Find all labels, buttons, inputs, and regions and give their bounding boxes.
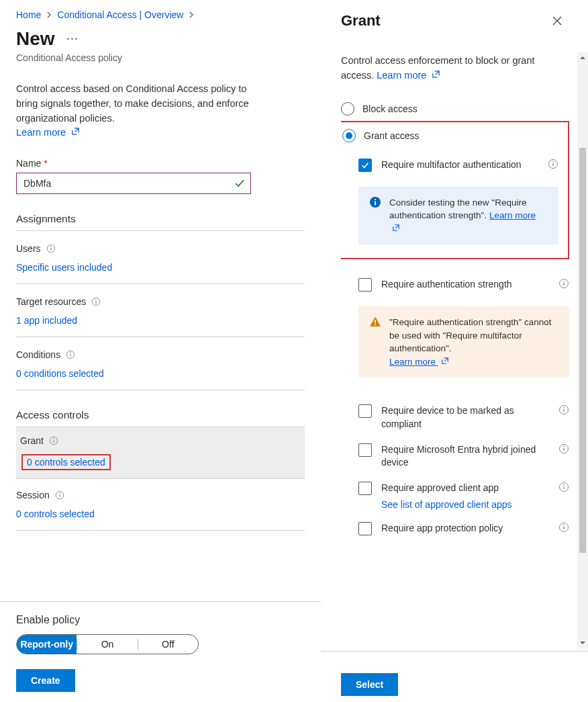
- info-icon[interactable]: [558, 443, 569, 454]
- grant-value[interactable]: 0 controls selected: [21, 454, 111, 470]
- svg-point-28: [563, 407, 565, 408]
- checkbox-icon[interactable]: [358, 482, 372, 495]
- conditions-value[interactable]: 0 conditions selected: [16, 368, 104, 379]
- item-targets[interactable]: Target resources 1 app included: [16, 286, 305, 337]
- item-session[interactable]: Session 0 controls selected: [16, 479, 305, 531]
- grant-intro: Control access enforcement to block or g…: [341, 54, 549, 83]
- scroll-thumb[interactable]: [579, 148, 586, 553]
- warn-callout-text: "Require authentication strength" cannot…: [389, 317, 552, 353]
- external-link-icon: [392, 224, 400, 232]
- external-link-icon: [432, 70, 440, 79]
- checkbox-icon[interactable]: [358, 404, 372, 418]
- info-icon[interactable]: [558, 278, 569, 289]
- svg-point-14: [59, 492, 60, 494]
- breadcrumb-overview[interactable]: Conditional Access | Overview: [57, 9, 183, 20]
- svg-point-37: [563, 525, 565, 526]
- info-icon[interactable]: [46, 244, 56, 253]
- grant-scroll-area[interactable]: Control access enforcement to block or g…: [341, 54, 588, 651]
- session-label: Session: [16, 490, 50, 500]
- name-label: Name*: [16, 158, 305, 169]
- require-approved-label: Require approved client app: [381, 482, 549, 495]
- session-value[interactable]: 0 controls selected: [16, 509, 95, 519]
- chevron-right-icon: [46, 11, 52, 18]
- svg-point-23: [563, 281, 565, 282]
- info-icon[interactable]: [558, 404, 569, 415]
- svg-point-11: [53, 438, 54, 439]
- close-icon[interactable]: [552, 15, 562, 26]
- external-link-icon: [71, 127, 80, 136]
- section-access-controls: Access controls: [16, 409, 305, 427]
- warn-callout-learn-more[interactable]: Learn more: [389, 357, 449, 367]
- grant-access-label: Grant access: [364, 130, 419, 141]
- toggle-off[interactable]: Off: [138, 639, 198, 650]
- breadcrumb-home[interactable]: Home: [16, 9, 41, 20]
- checkbox-require-app-protection[interactable]: Require app protection policy: [341, 522, 569, 535]
- checkbox-require-compliant-device[interactable]: Require device to be marked as compliant: [341, 404, 569, 431]
- svg-point-8: [70, 352, 71, 353]
- toggle-on[interactable]: On: [77, 639, 138, 650]
- select-button[interactable]: Select: [341, 673, 398, 696]
- radio-icon[interactable]: [342, 129, 356, 142]
- section-assignments: Assignments: [16, 213, 305, 231]
- info-icon[interactable]: [558, 482, 569, 492]
- svg-rect-19: [375, 201, 376, 205]
- grant-learn-more-link[interactable]: Learn more: [377, 70, 440, 81]
- create-button[interactable]: Create: [16, 669, 75, 692]
- radio-grant-access[interactable]: Grant access: [341, 129, 558, 142]
- toggle-report-only[interactable]: Report-only: [17, 635, 77, 654]
- svg-point-20: [375, 198, 376, 200]
- grant-access-highlight: Grant access Require multifactor authent…: [341, 121, 569, 260]
- require-auth-strength-label: Require authentication strength: [381, 278, 549, 292]
- scroll-down-icon[interactable]: [577, 638, 588, 648]
- info-icon[interactable]: [91, 297, 101, 306]
- info-icon[interactable]: [66, 350, 75, 359]
- svg-point-2: [50, 246, 52, 247]
- warn-callout-auth-strength: "Require authentication strength" cannot…: [358, 306, 569, 378]
- checkbox-require-hybrid-joined[interactable]: Require Microsoft Entra hybrid joined de…: [341, 443, 569, 470]
- approved-apps-list-link[interactable]: See list of approved client apps: [381, 499, 512, 510]
- page-header: New ···: [16, 28, 305, 50]
- checkbox-icon[interactable]: [358, 278, 372, 292]
- checkbox-require-mfa[interactable]: Require multifactor authentication: [341, 159, 558, 172]
- svg-rect-24: [375, 320, 376, 323]
- info-icon[interactable]: [558, 522, 569, 533]
- checkbox-icon[interactable]: [358, 443, 372, 457]
- info-icon[interactable]: [49, 436, 58, 445]
- learn-more-link[interactable]: Learn more: [16, 127, 80, 138]
- page-subtitle: Conditional Access policy: [16, 52, 305, 63]
- users-label: Users: [16, 243, 41, 254]
- scrollbar[interactable]: [577, 52, 588, 648]
- grant-label: Grant: [20, 435, 44, 446]
- item-users[interactable]: Users Specific users included: [16, 232, 305, 284]
- breadcrumb: Home Conditional Access | Overview: [16, 9, 305, 20]
- checkbox-require-approved-app[interactable]: Require approved client app: [341, 482, 569, 495]
- radio-block-access[interactable]: Block access: [341, 102, 569, 116]
- item-grant[interactable]: Grant 0 controls selected: [16, 427, 305, 479]
- enable-policy-toggle[interactable]: Report-only On Off: [16, 634, 199, 654]
- info-icon[interactable]: [548, 159, 558, 169]
- checkbox-icon[interactable]: [358, 159, 372, 172]
- checkbox-icon[interactable]: [358, 522, 372, 535]
- page-intro: Control access based on Conditional Acce…: [16, 82, 251, 140]
- external-link-icon: [441, 357, 449, 365]
- more-actions-icon[interactable]: ···: [67, 34, 79, 44]
- checkbox-require-auth-strength[interactable]: Require authentication strength: [341, 278, 569, 292]
- block-access-label: Block access: [362, 103, 418, 114]
- name-input-wrap[interactable]: [16, 173, 251, 194]
- conditions-label: Conditions: [16, 349, 60, 360]
- item-conditions[interactable]: Conditions 0 conditions selected: [16, 339, 305, 390]
- page-title: New: [16, 28, 55, 50]
- name-input[interactable]: [22, 177, 229, 189]
- main-form-pane: Home Conditional Access | Overview New ·…: [0, 0, 321, 702]
- users-value[interactable]: Specific users included: [16, 262, 112, 273]
- targets-value[interactable]: 1 app included: [16, 315, 77, 326]
- scroll-up-icon[interactable]: [577, 52, 588, 63]
- grant-panel-footer: Select: [321, 651, 588, 702]
- radio-icon[interactable]: [341, 102, 354, 116]
- require-mfa-label: Require multifactor authentication: [381, 159, 538, 172]
- require-app-protection-label: Require app protection policy: [381, 522, 549, 535]
- svg-point-34: [563, 484, 565, 486]
- info-icon[interactable]: [55, 490, 64, 500]
- targets-label: Target resources: [16, 296, 86, 307]
- info-circle-icon: [369, 196, 381, 208]
